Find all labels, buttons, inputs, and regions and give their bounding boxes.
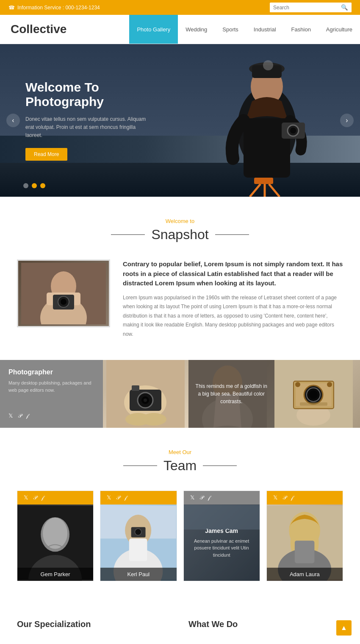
team-card-kerl-paul: 𝕏 𝒫 𝒻 Kerl Paul bbox=[100, 491, 177, 581]
hero-content: Welcome To Photography Donec vitae tellu… bbox=[0, 63, 178, 178]
snapshot-label: Welcome to bbox=[17, 218, 343, 224]
hero-title: Welcome To Photography bbox=[25, 80, 152, 109]
hero-dots bbox=[23, 183, 45, 188]
kerl-paul-photo: Kerl Paul bbox=[100, 505, 176, 581]
bottom-section: Our Specialization What We Do bbox=[0, 602, 360, 644]
svg-point-19 bbox=[61, 299, 66, 305]
snapshot-content: Contrary to popular belief, Lorem Ipsum … bbox=[17, 259, 343, 339]
svg-point-8 bbox=[290, 128, 296, 134]
what-we-do-col: What We Do bbox=[188, 619, 343, 636]
team-card-gem-parker: 𝕏 𝒫 𝒻 Gem Parker bbox=[17, 491, 94, 581]
hero-photographer-illustration bbox=[199, 53, 335, 197]
gem-pinterest-icon[interactable]: 𝒫 bbox=[33, 494, 37, 501]
snapshot-photo bbox=[21, 263, 106, 324]
svg-point-38 bbox=[309, 390, 318, 399]
james-cam-desc: Aenean pulvinar ac enimet posuere tincid… bbox=[192, 538, 251, 559]
gem-parker-name: Gem Parker bbox=[17, 568, 93, 581]
hero-read-more-button[interactable]: Read More bbox=[25, 148, 67, 161]
what-we-do-title: What We Do bbox=[188, 619, 343, 629]
adam-twitter-icon[interactable]: 𝕏 bbox=[273, 494, 277, 501]
nav-sports[interactable]: Sports bbox=[215, 15, 246, 44]
team-title: Team bbox=[17, 458, 343, 474]
gallery-twitter-icon[interactable]: 𝕏 bbox=[8, 413, 13, 419]
adam-facebook-icon[interactable]: 𝒻 bbox=[291, 494, 293, 501]
james-twitter-icon[interactable]: 𝕏 bbox=[190, 494, 194, 501]
gallery-social-links: 𝕏 𝒫 𝒻 bbox=[8, 413, 94, 419]
kerl-paul-name: Kerl Paul bbox=[100, 568, 176, 581]
gallery-vintage-camera-image bbox=[274, 360, 353, 428]
snapshot-bold-text: Contrary to popular belief, Lorem Ipsum … bbox=[123, 259, 343, 288]
nav-industrial[interactable]: Industrial bbox=[246, 15, 284, 44]
team-section: Meet Our Team 𝕏 𝒫 𝒻 Gem Parker bbox=[0, 428, 360, 602]
svg-rect-53 bbox=[184, 505, 260, 530]
team-grid: 𝕏 𝒫 𝒻 Gem Parker 𝕏 𝒫 𝒻 bbox=[17, 491, 343, 581]
gallery-facebook-icon[interactable]: 𝒻 bbox=[27, 413, 28, 419]
adam-pinterest-icon[interactable]: 𝒫 bbox=[282, 494, 286, 501]
team-card-top-adam: 𝕏 𝒫 𝒻 bbox=[267, 491, 343, 505]
phone-icon: ☎ bbox=[8, 5, 15, 11]
logo: Collective bbox=[0, 15, 77, 44]
nav-fashion[interactable]: Fashion bbox=[284, 15, 318, 44]
snapshot-title: Snapshot bbox=[17, 227, 343, 243]
nav-wedding[interactable]: Wedding bbox=[178, 15, 215, 44]
svg-rect-12 bbox=[254, 178, 273, 184]
svg-rect-26 bbox=[132, 385, 139, 391]
gem-twitter-icon[interactable]: 𝕏 bbox=[24, 494, 28, 501]
hero-dot-3[interactable] bbox=[40, 183, 45, 188]
gallery-photo-camera bbox=[274, 360, 360, 428]
gem-facebook-icon[interactable]: 𝒻 bbox=[42, 494, 44, 501]
gallery-card-desc: Many desktop publishing, packages and we… bbox=[8, 379, 94, 393]
hero-dot-2[interactable] bbox=[32, 183, 37, 188]
team-card-top-gem: 𝕏 𝒫 𝒻 bbox=[17, 491, 93, 505]
gallery-quote-text: This reminds me of a goldfish in a big b… bbox=[188, 376, 274, 412]
svg-line-11 bbox=[269, 184, 280, 197]
scroll-top-button[interactable]: ▲ bbox=[336, 620, 352, 636]
main-nav: Photo Gallery Wedding Sports Industrial … bbox=[129, 15, 360, 44]
gallery-photo-hands bbox=[103, 360, 189, 428]
nav-photo-gallery[interactable]: Photo Gallery bbox=[129, 15, 178, 44]
hero-prev-button[interactable]: ‹ bbox=[6, 114, 20, 127]
kerl-facebook-icon[interactable]: 𝒻 bbox=[125, 494, 127, 501]
snapshot-section: Welcome to Snapshot Contrary to popular … bbox=[0, 197, 360, 360]
james-pinterest-icon[interactable]: 𝒫 bbox=[199, 494, 203, 501]
kerl-twitter-icon[interactable]: 𝕏 bbox=[107, 494, 111, 501]
snapshot-body-text: Lorem Ipsum was popularised in the 1960s… bbox=[123, 293, 343, 339]
james-facebook-icon[interactable]: 𝒻 bbox=[208, 494, 210, 501]
team-card-james-cam: 𝕏 𝒫 𝒻 James Cam Aenean pulvinar ac enime… bbox=[183, 491, 260, 581]
gallery-quote-overlay: This reminds me of a goldfish in a big b… bbox=[188, 360, 274, 428]
svg-point-25 bbox=[144, 399, 147, 402]
james-overlay-text: James Cam Aenean pulvinar ac enimet posu… bbox=[192, 527, 251, 559]
gallery-pinterest-icon[interactable]: 𝒫 bbox=[18, 413, 22, 419]
svg-point-39 bbox=[295, 382, 300, 387]
kerl-pinterest-icon[interactable]: 𝒫 bbox=[116, 494, 120, 501]
search-box[interactable]: 🔍 bbox=[270, 3, 352, 12]
svg-point-45 bbox=[43, 518, 67, 549]
header: Collective Photo Gallery Wedding Sports … bbox=[0, 15, 360, 44]
svg-line-9 bbox=[250, 184, 260, 197]
team-label: Meet Our bbox=[17, 449, 343, 455]
gallery-card-text: Photographer Many desktop publishing, pa… bbox=[0, 360, 103, 428]
team-card-adam-laura: 𝕏 𝒫 𝒻 Adam Laura bbox=[266, 491, 343, 581]
hero-dot-1[interactable] bbox=[23, 183, 28, 188]
hero-section: ‹ Welcome To Photography Donec vitae tel… bbox=[0, 44, 360, 197]
search-input[interactable] bbox=[270, 3, 338, 12]
gallery-hands-camera-image bbox=[106, 360, 185, 428]
gallery-card-title: Photographer bbox=[8, 368, 94, 376]
svg-point-28 bbox=[141, 413, 166, 426]
svg-rect-57 bbox=[295, 541, 315, 563]
snapshot-text: Contrary to popular belief, Lorem Ipsum … bbox=[123, 259, 343, 339]
nav-agriculture[interactable]: Agriculture bbox=[318, 15, 360, 44]
gallery-grid: Photographer Many desktop publishing, pa… bbox=[0, 360, 360, 428]
team-card-top-james: 𝕏 𝒫 𝒻 bbox=[184, 491, 260, 505]
svg-rect-50 bbox=[129, 539, 147, 561]
adam-laura-name: Adam Laura bbox=[267, 568, 343, 581]
hero-next-button[interactable]: › bbox=[340, 114, 354, 127]
svg-rect-41 bbox=[300, 402, 327, 406]
adam-laura-photo: Adam Laura bbox=[267, 505, 343, 581]
svg-point-4 bbox=[263, 60, 273, 70]
gallery-photo-woman: This reminds me of a goldfish in a big b… bbox=[188, 360, 274, 428]
svg-point-52 bbox=[135, 529, 142, 536]
info-text: Information Service : 000-1234-1234 bbox=[17, 5, 100, 11]
search-button[interactable]: 🔍 bbox=[338, 3, 352, 12]
james-photo-bg bbox=[184, 505, 260, 530]
